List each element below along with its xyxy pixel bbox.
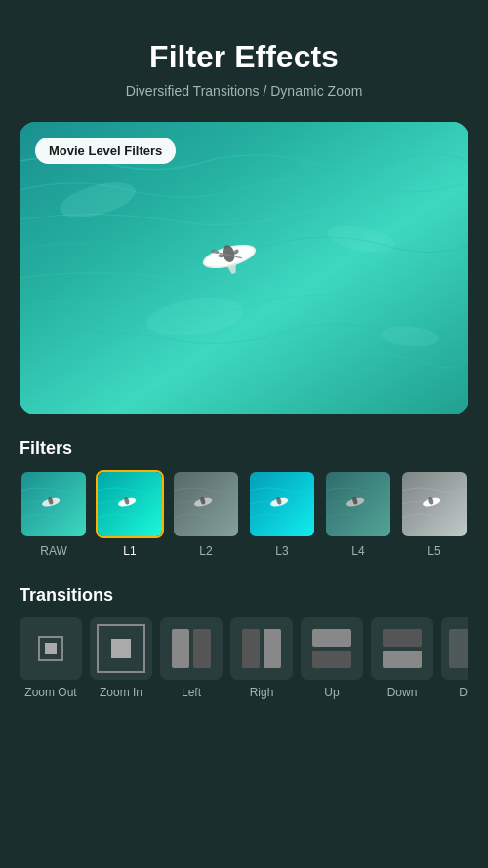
transition-thumb-down bbox=[371, 617, 433, 680]
filter-scroll: RAW L1 bbox=[20, 470, 468, 566]
transition-label-zoom-in: Zoom In bbox=[100, 686, 142, 699]
filter-label-l2: L2 bbox=[199, 544, 212, 558]
svg-rect-39 bbox=[230, 617, 293, 680]
preview-svg bbox=[20, 122, 468, 414]
transition-thumb-zoom-out bbox=[20, 617, 82, 680]
filter-thumb-l5 bbox=[400, 470, 468, 538]
transition-item-zoom-in[interactable]: Zoom In bbox=[90, 617, 152, 699]
svg-rect-46 bbox=[383, 651, 422, 668]
svg-rect-42 bbox=[301, 617, 363, 680]
movie-level-badge: Movie Level Filters bbox=[35, 138, 176, 164]
svg-rect-35 bbox=[111, 639, 131, 658]
transition-label-right: Righ bbox=[250, 686, 274, 699]
svg-rect-41 bbox=[242, 629, 260, 668]
transition-item-right[interactable]: Righ bbox=[230, 617, 293, 699]
filter-item-l2[interactable]: L2 bbox=[172, 470, 240, 558]
transition-item-dissolve[interactable]: Dis... bbox=[441, 617, 468, 699]
filter-label-l4: L4 bbox=[351, 544, 364, 558]
filter-item-l5[interactable]: L5 bbox=[400, 470, 468, 558]
svg-rect-49 bbox=[449, 629, 468, 668]
page-container: Filter Effects Diversified Transitions /… bbox=[0, 0, 488, 868]
transition-item-down[interactable]: Down bbox=[371, 617, 433, 699]
preview-container: Movie Level Filters bbox=[20, 122, 468, 414]
svg-rect-45 bbox=[371, 617, 433, 680]
filter-label-l1: L1 bbox=[123, 544, 136, 558]
transition-thumb-dissolve bbox=[441, 617, 468, 680]
svg-rect-47 bbox=[383, 629, 422, 647]
filter-label-l3: L3 bbox=[275, 544, 288, 558]
filter-label-raw: RAW bbox=[40, 544, 67, 558]
filter-item-l4[interactable]: L4 bbox=[324, 470, 392, 558]
transition-thumb-up bbox=[301, 617, 363, 680]
transition-label-down: Down bbox=[387, 686, 418, 699]
filter-item-raw[interactable]: RAW bbox=[20, 470, 88, 558]
transition-label-zoom-out: Zoom Out bbox=[24, 686, 76, 699]
transition-label-up: Up bbox=[324, 686, 339, 699]
filter-thumb-raw bbox=[20, 470, 88, 538]
filter-thumb-l4 bbox=[324, 470, 392, 538]
filter-label-l5: L5 bbox=[427, 544, 440, 558]
svg-rect-43 bbox=[312, 629, 351, 647]
filters-section: Filters RAW bbox=[20, 438, 468, 566]
svg-rect-32 bbox=[45, 643, 57, 654]
filter-item-l3[interactable]: L3 bbox=[248, 470, 316, 558]
transition-thumb-right bbox=[230, 617, 293, 680]
transitions-section: Transitions Zoom Out Zoom In Left Righ bbox=[20, 585, 468, 707]
filter-thumb-l1 bbox=[96, 470, 164, 538]
transition-item-up[interactable]: Up bbox=[301, 617, 363, 699]
transition-label-left: Left bbox=[182, 686, 201, 699]
transition-thumb-left bbox=[160, 617, 223, 680]
svg-rect-36 bbox=[160, 617, 223, 680]
transition-thumb-zoom-in bbox=[90, 617, 152, 680]
transition-item-left[interactable]: Left bbox=[160, 617, 223, 699]
transitions-section-title: Transitions bbox=[20, 585, 468, 606]
svg-rect-37 bbox=[172, 629, 189, 668]
page-title: Filter Effects bbox=[149, 39, 339, 75]
svg-rect-44 bbox=[312, 651, 351, 668]
filter-item-l1[interactable]: L1 bbox=[96, 470, 164, 558]
filter-thumb-l3 bbox=[248, 470, 316, 538]
page-subtitle: Diversified Transitions / Dynamic Zoom bbox=[126, 83, 363, 99]
transition-label-dissolve: Dis... bbox=[459, 686, 468, 699]
svg-rect-0 bbox=[20, 122, 468, 414]
preview-image bbox=[20, 122, 468, 414]
filter-thumb-l2 bbox=[172, 470, 240, 538]
transition-scroll: Zoom Out Zoom In Left Righ Up Down bbox=[20, 617, 468, 707]
svg-rect-38 bbox=[193, 629, 211, 668]
transition-item-zoom-out[interactable]: Zoom Out bbox=[20, 617, 82, 699]
svg-rect-40 bbox=[264, 629, 281, 668]
filters-section-title: Filters bbox=[20, 438, 468, 458]
